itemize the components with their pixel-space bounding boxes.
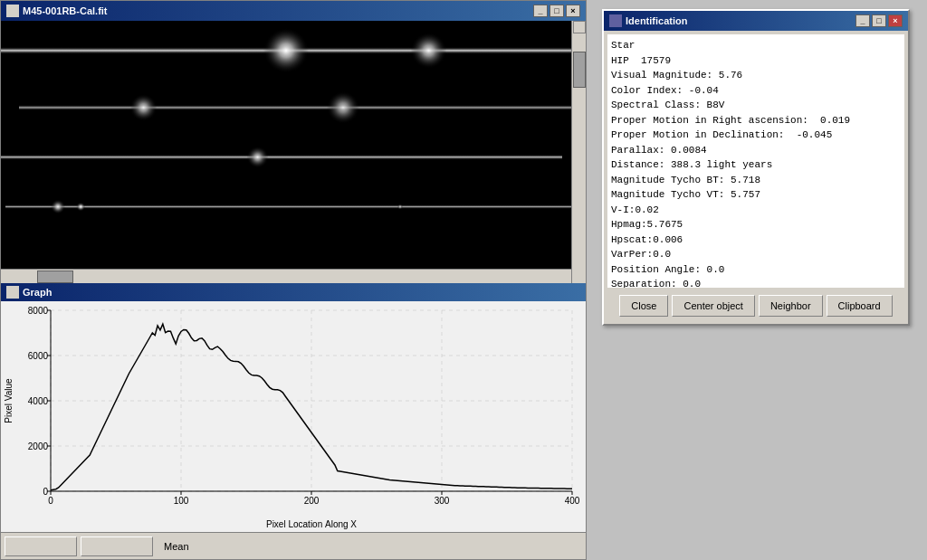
mean-label: Mean (164, 541, 189, 552)
identification-buttons: Close Center object Neighbor Clipboard (604, 291, 908, 324)
identification-title: Identification (626, 15, 687, 26)
main-window: M45-001RB-Cal.fit _ □ × Graph (0, 0, 587, 560)
main-window-title: M45-001RB-Cal.fit (23, 5, 108, 16)
window-controls: _ □ × (533, 5, 580, 17)
image-area (1, 21, 586, 283)
id-close-button[interactable]: × (888, 14, 903, 27)
maximize-button[interactable]: □ (550, 5, 564, 17)
graph-area: 0 2000 4000 6000 8000 0 100 200 300 400 … (1, 301, 586, 532)
vertical-scrollbar[interactable] (571, 21, 586, 283)
bottom-toolbar: Mean (1, 532, 586, 559)
graph-titlebar: Graph (1, 283, 586, 301)
horizontal-scrollbar[interactable] (1, 269, 571, 283)
identification-titlebar: Identification _ □ × (604, 11, 908, 31)
graph-icon (6, 286, 19, 299)
graph-canvas (1, 301, 586, 532)
close-button[interactable]: × (566, 5, 580, 17)
identification-content: StarHIP 17579Visual Magnitude: 5.76Color… (607, 34, 904, 288)
toolbar-button-1[interactable] (5, 536, 77, 556)
window-icon (6, 5, 19, 17)
toolbar-button-2[interactable] (81, 536, 153, 556)
neighbor-button[interactable]: Neighbor (759, 295, 823, 317)
astro-image (1, 21, 571, 269)
id-window-icon (609, 14, 622, 27)
minimize-button[interactable]: _ (533, 5, 548, 17)
id-window-controls: _ □ × (855, 14, 903, 27)
clipboard-button[interactable]: Clipboard (827, 295, 893, 317)
identification-window: Identification _ □ × StarHIP 17579Visual… (602, 9, 910, 326)
main-window-titlebar: M45-001RB-Cal.fit _ □ × (1, 1, 586, 21)
close-object-button[interactable]: Close (619, 295, 668, 317)
id-minimize-button[interactable]: _ (855, 14, 870, 27)
id-maximize-button[interactable]: □ (872, 14, 886, 27)
center-object-button[interactable]: Center object (672, 295, 754, 317)
graph-title: Graph (23, 287, 52, 298)
